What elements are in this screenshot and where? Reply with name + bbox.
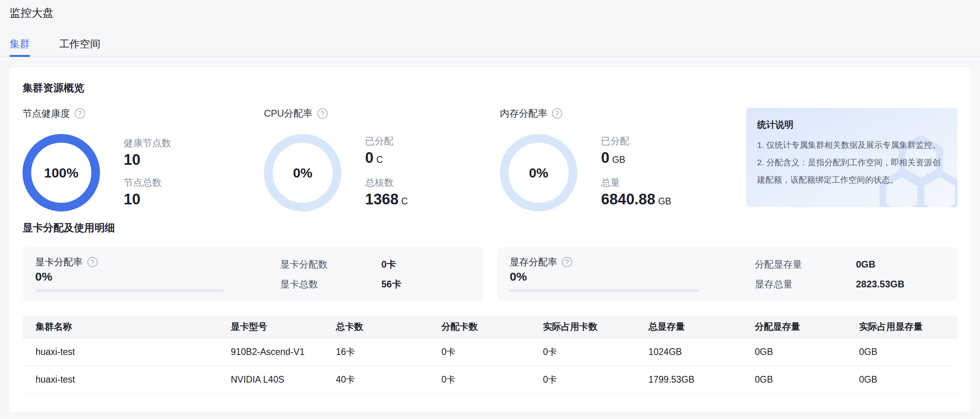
cell-used-vram: 0GB	[859, 366, 957, 393]
note-line: 2. 分配含义：是指分配到工作空间，即相关资源创建配额，该配额绑定工作空间的状态…	[757, 154, 946, 189]
cell-gpu-model: 910B2-Ascend-V1	[231, 338, 336, 366]
gpu-detail-heading: 显卡分配及使用明细	[23, 222, 957, 234]
card-title: 显存分配率	[510, 257, 557, 268]
overview-heading: 集群资源概览	[23, 82, 957, 94]
row-label: 显存总量	[755, 279, 856, 290]
card-stat-row: 分配显存量 0GB	[755, 259, 945, 270]
gpu-card-vram: 显存分配率 ? 0% 分配显存量 0GB 显存总量 2823.53GB	[497, 247, 957, 301]
gauge-node-health: 节点健康度 ? 100% 健康节点数 10 节点总数 10	[23, 108, 264, 211]
cell-used-cards: 0卡	[543, 338, 648, 366]
stat-value: 0GB	[601, 149, 671, 168]
donut-percent: 0%	[293, 165, 312, 181]
cell-total-cards: 40卡	[336, 366, 441, 393]
help-icon[interactable]: ?	[562, 257, 572, 267]
tab-bar: 集群 工作空间	[0, 38, 980, 57]
card-title: 显卡分配率	[35, 257, 83, 268]
stat-value: 10	[124, 151, 171, 168]
row-value: 0GB	[856, 259, 875, 270]
cell-total-cards: 16卡	[336, 338, 441, 366]
cluster-overview-card: 集群资源概览 节点健康度 ? 100% 健康节点数 10 节点总数 10	[9, 68, 971, 412]
cell-gpu-model: NVIDIA L40S	[231, 366, 336, 393]
memory-allocation-donut: 0%	[500, 134, 577, 211]
stat-label: 已分配	[601, 136, 671, 147]
card-percent: 0%	[510, 270, 731, 284]
cell-allocated-cards: 0卡	[441, 366, 543, 393]
stat-label: 节点总数	[124, 177, 171, 188]
row-label: 分配显存量	[755, 259, 856, 270]
cpu-allocation-donut: 0%	[264, 134, 341, 211]
unit: GB	[658, 196, 671, 206]
col-cluster-name: 集群名称	[23, 316, 231, 338]
gpu-card-allocation: 显卡分配率 ? 0% 显卡分配数 0卡 显卡总数 56卡	[23, 247, 483, 301]
cell-cluster-name: huaxi-test	[23, 366, 231, 393]
col-used-vram: 实际占用显存量	[859, 316, 957, 338]
note-line: 1. 仅统计专属集群相关数据及展示专属集群监控。	[757, 136, 946, 154]
progress-bar	[35, 289, 224, 292]
top-bar: 监控大盘	[0, 0, 980, 20]
table-row: huaxi-test NVIDIA L40S 40卡 0卡 0卡 1799.53…	[23, 366, 957, 393]
gauge-title-label: 内存分配率	[500, 108, 547, 119]
cell-allocated-vram: 0GB	[755, 338, 859, 366]
stat-label: 健康节点数	[124, 138, 171, 149]
unit: C	[401, 196, 408, 206]
row-label: 显卡分配数	[280, 259, 381, 270]
cell-allocated-cards: 0卡	[441, 338, 543, 366]
donut-percent: 0%	[529, 165, 548, 181]
donut-percent: 100%	[44, 165, 79, 181]
overview-row: 节点健康度 ? 100% 健康节点数 10 节点总数 10 CPU分配率 ?	[23, 108, 957, 211]
col-used-cards: 实际占用卡数	[543, 316, 648, 338]
tab-workspace[interactable]: 工作空间	[59, 38, 100, 56]
stat-label: 总核数	[365, 177, 408, 188]
cell-total-vram: 1799.53GB	[648, 366, 755, 393]
help-icon[interactable]: ?	[75, 108, 85, 119]
node-health-donut: 100%	[23, 134, 100, 211]
col-allocated-cards: 分配卡数	[441, 316, 543, 338]
card-stat-row: 显存总量 2823.53GB	[755, 279, 945, 290]
unit: C	[376, 155, 383, 165]
table-row: huaxi-test 910B2-Ascend-V1 16卡 0卡 0卡 102…	[23, 338, 957, 366]
help-icon[interactable]: ?	[317, 108, 328, 119]
help-icon[interactable]: ?	[87, 257, 98, 267]
gauge-cpu-allocation: CPU分配率 ? 0% 已分配 0C 总核数 1368C	[264, 108, 500, 211]
card-percent: 0%	[35, 270, 256, 284]
col-total-cards: 总卡数	[336, 316, 441, 338]
tab-cluster[interactable]: 集群	[9, 38, 30, 56]
gauge-title-label: 节点健康度	[23, 108, 70, 119]
card-stat-row: 显卡分配数 0卡	[280, 259, 470, 270]
stat-label: 已分配	[365, 136, 408, 147]
gpu-stat-cards: 显卡分配率 ? 0% 显卡分配数 0卡 显卡总数 56卡	[23, 247, 957, 301]
stat-value: 0C	[365, 149, 408, 168]
gauge-memory-allocation: 内存分配率 ? 0% 已分配 0GB 总量 6840.88GB	[500, 108, 746, 211]
col-allocated-vram: 分配显存量	[755, 316, 859, 338]
stat-value: 10	[124, 191, 171, 208]
note-title: 统计说明	[757, 119, 946, 130]
cell-used-vram: 0GB	[859, 338, 957, 366]
statistics-note-panel: 统计说明 1. 仅统计专属集群相关数据及展示专属集群监控。 2. 分配含义：是指…	[746, 108, 957, 207]
stat-value: 6840.88GB	[601, 191, 671, 210]
progress-bar	[510, 289, 699, 292]
help-icon[interactable]: ?	[552, 108, 562, 119]
cell-cluster-name: huaxi-test	[23, 338, 231, 366]
unit: GB	[612, 155, 625, 165]
row-value: 0卡	[381, 259, 396, 270]
col-total-vram: 总显存量	[648, 316, 755, 338]
row-label: 显卡总数	[280, 279, 381, 290]
gpu-detail-table: 集群名称 显卡型号 总卡数 分配卡数 实际占用卡数 总显存量 分配显存量 实际占…	[23, 316, 957, 394]
card-stat-row: 显卡总数 56卡	[280, 279, 470, 290]
page-title: 监控大盘	[9, 6, 971, 20]
cell-total-vram: 1024GB	[648, 338, 755, 366]
cell-allocated-vram: 0GB	[755, 366, 859, 393]
row-value: 56卡	[381, 279, 401, 290]
gauge-title-label: CPU分配率	[264, 108, 313, 119]
stat-value: 1368C	[365, 191, 408, 210]
row-value: 2823.53GB	[856, 279, 905, 290]
cell-used-cards: 0卡	[543, 366, 648, 393]
table-header-row: 集群名称 显卡型号 总卡数 分配卡数 实际占用卡数 总显存量 分配显存量 实际占…	[23, 316, 957, 338]
col-gpu-model: 显卡型号	[231, 316, 336, 338]
stat-label: 总量	[601, 177, 671, 188]
